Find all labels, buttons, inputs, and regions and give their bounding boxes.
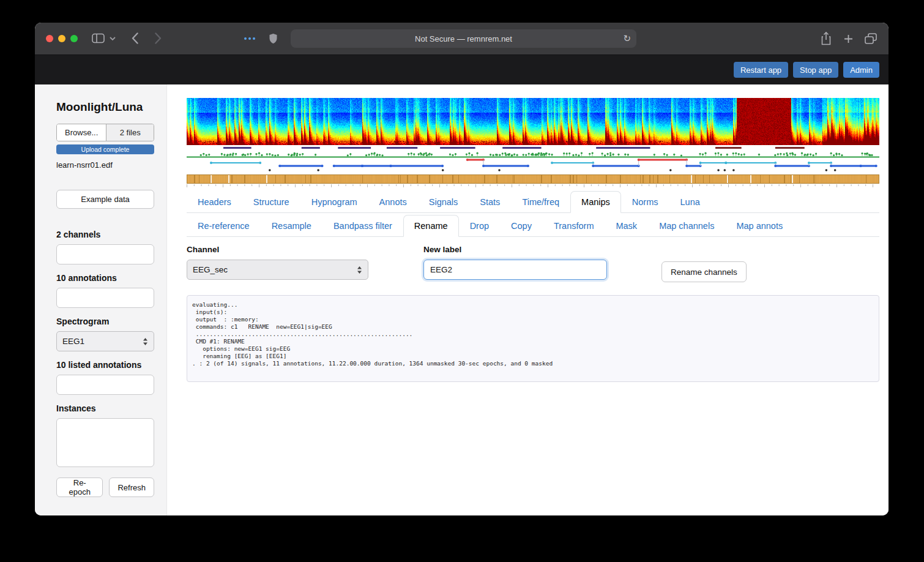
spectrogram-channel-value: EEG1: [62, 337, 84, 346]
restart-app-button[interactable]: Restart app: [734, 62, 788, 78]
sidebar: Moonlight/Luna Browse... 2 files Upload …: [35, 84, 167, 515]
example-data-button[interactable]: Example data: [56, 190, 154, 209]
subtab-re-reference[interactable]: Re-reference: [187, 215, 261, 237]
subtab-map-annots[interactable]: Map annots: [725, 215, 794, 237]
subtab-transform[interactable]: Transform: [543, 215, 605, 237]
share-icon[interactable]: [821, 31, 832, 46]
tab-structure[interactable]: Structure: [242, 191, 300, 213]
console-line: renaming [EEG] as [EEG1]: [192, 353, 874, 360]
privacy-shield-icon[interactable]: [269, 33, 278, 44]
address-bar[interactable]: Not Secure — remnrem.net ↻: [291, 29, 636, 48]
rename-channels-button[interactable]: Rename channels: [661, 261, 747, 282]
channel-select[interactable]: EEG_sec: [187, 260, 368, 280]
channels-heading: 2 channels: [56, 230, 154, 239]
extensions-icon[interactable]: [243, 36, 256, 41]
browse-button[interactable]: Browse...: [57, 124, 106, 141]
back-icon[interactable]: [132, 32, 138, 44]
upload-progress-bar: Upload complete: [56, 144, 154, 154]
forward-icon[interactable]: [155, 32, 162, 44]
sidebar-buttons: Re-epoch Refresh: [56, 478, 154, 497]
instances-heading: Instances: [56, 403, 154, 413]
app-body: Moonlight/Luna Browse... 2 files Upload …: [35, 84, 889, 515]
reload-icon[interactable]: ↻: [623, 33, 631, 44]
spectrogram-heading: Spectrogram: [56, 317, 154, 326]
spectrogram-channel-select[interactable]: EEG1: [56, 331, 154, 351]
new-label-label: New label: [423, 245, 607, 254]
channel-label: Channel: [187, 245, 368, 254]
refresh-button[interactable]: Refresh: [109, 478, 154, 497]
file-upload-control[interactable]: Browse... 2 files: [56, 124, 154, 141]
annotations-input[interactable]: [56, 288, 154, 308]
stop-app-button[interactable]: Stop app: [793, 62, 838, 78]
tab-overview-icon[interactable]: [865, 33, 877, 44]
listed-annotations-heading: 10 listed annotations: [56, 360, 154, 370]
tab-signals[interactable]: Signals: [418, 191, 469, 213]
browser-window: Not Secure — remnrem.net ↻ Restart app S…: [35, 23, 889, 515]
new-tab-icon[interactable]: [844, 34, 853, 43]
files-count-badge: 2 files: [106, 124, 154, 141]
admin-button[interactable]: Admin: [843, 62, 879, 78]
console-line: input(s):: [192, 309, 874, 316]
console-line: evaluating...: [192, 301, 874, 309]
channels-input[interactable]: [56, 244, 154, 264]
subtab-map-channels[interactable]: Map channels: [648, 215, 725, 237]
chevron-down-icon[interactable]: [110, 37, 116, 40]
channel-select-value: EEG_sec: [193, 265, 228, 274]
subtab-resample[interactable]: Resample: [261, 215, 322, 237]
annotations-heading: 10 annotations: [56, 273, 154, 283]
browser-toolbar: Not Secure — remnrem.net ↻: [35, 23, 889, 54]
console-output: evaluating... input(s): output : :memory…: [187, 295, 879, 382]
app-title: Moonlight/Luna: [56, 100, 154, 114]
app-header-buttons: Restart app Stop app Admin: [734, 62, 879, 78]
tab-norms[interactable]: Norms: [621, 191, 669, 213]
main-content: Headers Structure Hypnogram Annots Signa…: [167, 84, 889, 515]
subtab-mask[interactable]: Mask: [605, 215, 648, 237]
tab-headers[interactable]: Headers: [187, 191, 242, 213]
manips-tab-bar: Re-reference Resample Bandpass filter Re…: [187, 215, 879, 237]
subtab-bandpass-filter[interactable]: Bandpass filter: [322, 215, 403, 237]
console-line: . : 2 (of 14) signals, 11 annotations, 1…: [192, 360, 874, 367]
console-line: CMD #1: RENAME: [192, 338, 874, 345]
sidebar-toggle-icon[interactable]: [92, 33, 105, 43]
tab-hypnogram[interactable]: Hypnogram: [300, 191, 368, 213]
select-arrows-icon: [143, 337, 148, 346]
annotation-tracks: [187, 145, 879, 188]
uploaded-filename: learn-nsrr01.edf: [56, 160, 154, 170]
tab-time-freq[interactable]: Time/freq: [511, 191, 570, 213]
subtab-rename[interactable]: Rename: [403, 215, 459, 237]
tab-luna[interactable]: Luna: [669, 191, 711, 213]
console-line: output : :memory:: [192, 316, 874, 323]
console-line: commands: c1 RENAME new=EEG1|sig=EEG: [192, 323, 874, 331]
spectrogram-image: [187, 98, 879, 145]
tab-manips[interactable]: Manips: [570, 191, 621, 213]
main-tab-bar: Headers Structure Hypnogram Annots Signa…: [187, 191, 879, 213]
zoom-button[interactable]: [70, 35, 78, 42]
select-arrows-icon: [357, 266, 362, 274]
instances-listbox[interactable]: [56, 418, 154, 467]
app-header: Restart app Stop app Admin: [35, 54, 889, 84]
rename-form: Channel EEG_sec New label Rename channel…: [187, 245, 879, 283]
minimize-button[interactable]: [58, 35, 65, 42]
close-button[interactable]: [46, 35, 53, 42]
subtab-drop[interactable]: Drop: [459, 215, 500, 237]
url-text: Not Secure — remnrem.net: [291, 29, 636, 48]
subtab-copy[interactable]: Copy: [500, 215, 543, 237]
console-line: ........................................…: [192, 331, 874, 338]
console-line: options: new=EEG1 sig=EEG: [192, 345, 874, 353]
new-label-input[interactable]: [423, 260, 607, 280]
listed-annotations-input[interactable]: [56, 375, 154, 395]
tab-annots[interactable]: Annots: [368, 191, 418, 213]
tab-stats[interactable]: Stats: [469, 191, 511, 213]
re-epoch-button[interactable]: Re-epoch: [56, 478, 103, 497]
